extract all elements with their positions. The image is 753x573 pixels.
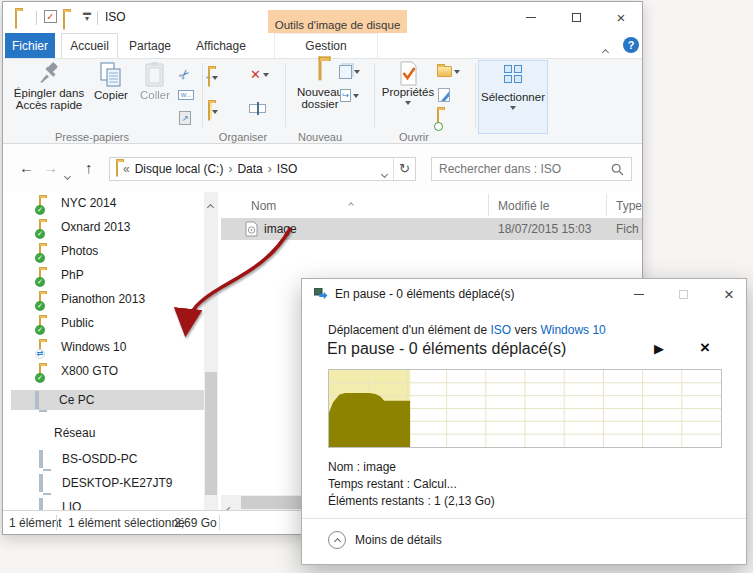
minimize-button[interactable] xyxy=(511,2,551,33)
paste-button[interactable]: Coller xyxy=(134,61,176,131)
properties-button[interactable]: Propriétés xyxy=(381,61,435,131)
detail-time-left: Temps restant : Calcul... xyxy=(328,476,495,493)
copy-path-icon: W... xyxy=(178,90,194,100)
column-divider[interactable] xyxy=(488,194,489,216)
breadcrumb-folder-icon xyxy=(116,162,118,176)
folder-synced-icon: ✓ xyxy=(39,366,41,380)
recent-locations-dropdown[interactable] xyxy=(65,165,70,183)
breadcrumb-chevron-2: › xyxy=(263,162,277,176)
status-selected-size: 2,69 Go xyxy=(174,516,217,530)
qat-separator xyxy=(36,11,37,25)
breadcrumb-item-iso[interactable]: ISO xyxy=(277,162,298,176)
breadcrumb-item-disque[interactable]: Disque local (C:) xyxy=(135,162,224,176)
tab-accueil[interactable]: Accueil xyxy=(61,33,118,58)
disc-image-file-icon xyxy=(245,221,258,237)
back-button[interactable]: ← xyxy=(19,159,34,176)
sidebar-item-public[interactable]: ✓ Public xyxy=(3,312,204,334)
up-button[interactable]: ↑ xyxy=(85,159,93,176)
folder-synced-icon: ✓ xyxy=(39,294,41,308)
tab-partage[interactable]: Partage xyxy=(122,33,178,58)
sidebar-item-nyc-2014[interactable]: ✓ NYC 2014 xyxy=(3,192,204,214)
dialog-minimize-button[interactable] xyxy=(620,279,658,309)
select-button[interactable]: Sélectionner xyxy=(480,61,546,131)
folder-synced-icon: ✓ xyxy=(39,222,41,236)
paste-shortcut-button[interactable]: ↗ xyxy=(179,111,191,125)
history-icon xyxy=(437,110,439,128)
transfer-speed-graph xyxy=(328,369,722,448)
cancel-button[interactable]: × xyxy=(700,338,710,358)
copy-button[interactable]: Copier xyxy=(89,61,133,131)
sidebar-item-windows-10[interactable]: ⇄ Windows 10 xyxy=(3,336,204,358)
tab-affichage[interactable]: Affichage xyxy=(182,33,260,58)
scroll-up-icon[interactable] xyxy=(208,196,213,214)
sidebar-item-photos[interactable]: ✓ Photos xyxy=(3,240,204,262)
breadcrumb-overflow[interactable]: « xyxy=(118,162,135,176)
column-header-modifie[interactable]: Modifié le xyxy=(498,199,549,213)
move-items-icon xyxy=(314,288,330,302)
resume-button[interactable]: ▶ xyxy=(654,341,664,356)
dialog-divider xyxy=(302,518,746,519)
group-open-label: Ouvrir xyxy=(383,131,445,143)
rename-button[interactable] xyxy=(249,104,266,113)
new-folder-icon xyxy=(319,61,322,79)
search-icon xyxy=(611,163,624,176)
help-icon[interactable]: ? xyxy=(623,37,639,53)
sidebar-item-php[interactable]: ✓ PhP xyxy=(3,264,204,286)
ribbon-tab-row: Fichier Accueil Partage Affichage Gestio… xyxy=(3,33,642,58)
copy-to-button[interactable] xyxy=(208,103,218,121)
qat-properties-icon[interactable]: ✓ xyxy=(44,10,57,23)
history-button[interactable] xyxy=(437,110,439,128)
column-header-type[interactable]: Type xyxy=(616,199,642,213)
cut-button[interactable]: ✂ xyxy=(179,67,190,82)
search-input[interactable] xyxy=(439,160,604,178)
paste-icon xyxy=(144,61,166,89)
file-type: Fich xyxy=(616,222,639,236)
sidebar-item-pianothon-2013[interactable]: ✓ Pianothon 2013 xyxy=(3,288,204,310)
new-item-button[interactable] xyxy=(339,65,360,79)
pin-quick-access-button[interactable]: Épingler dans Accès rapide xyxy=(9,61,89,131)
copy-icon xyxy=(99,61,123,89)
forward-button[interactable]: → xyxy=(43,159,58,176)
maximize-button[interactable] xyxy=(556,2,596,33)
folder-synced-icon: ✓ xyxy=(39,318,41,332)
tab-fichier[interactable]: Fichier xyxy=(5,33,55,58)
address-dropdown[interactable] xyxy=(382,166,387,180)
copy-path-button[interactable]: W... xyxy=(178,90,194,100)
sidebar-item-oxnard-2013[interactable]: ✓ Oxnard 2013 xyxy=(3,216,204,238)
open-icon xyxy=(437,66,452,77)
folder-synced-icon: ✓ xyxy=(39,198,41,212)
status-separator xyxy=(219,515,220,530)
breadcrumb-item-data[interactable]: Data xyxy=(237,162,262,176)
open-button[interactable] xyxy=(437,66,460,77)
qat-customize-dropdown[interactable]: ▬▾ xyxy=(83,10,91,22)
sidebar-item-x800-gto[interactable]: ✓ X800 GTO xyxy=(3,360,204,382)
delete-button[interactable]: ✕ xyxy=(250,68,269,81)
qat-new-folder-icon[interactable] xyxy=(63,12,65,30)
move-to-button[interactable]: ← xyxy=(208,69,218,87)
sidebar-item-reseau[interactable]: Réseau xyxy=(3,422,204,444)
sidebar-scrollbar-thumb[interactable] xyxy=(205,372,217,495)
copy-label: Copier xyxy=(94,89,128,101)
subtitle-source-folder: ISO xyxy=(490,323,511,337)
column-header-nom[interactable]: Nom xyxy=(251,199,276,213)
tab-gestion[interactable]: Gestion xyxy=(274,33,378,58)
close-button[interactable]: × xyxy=(601,2,641,33)
new-folder-label-1: Nouveau xyxy=(297,86,343,98)
properties-label: Propriétés xyxy=(382,86,434,98)
sidebar-item-ce-pc[interactable]: Ce PC xyxy=(3,389,204,411)
file-row-image[interactable]: image 18/07/2015 15:03 Fich xyxy=(221,218,642,240)
column-divider[interactable] xyxy=(606,194,607,216)
refresh-button[interactable]: ↻ xyxy=(393,158,415,180)
collapse-ribbon-icon[interactable] xyxy=(603,41,608,59)
edit-button[interactable] xyxy=(438,88,450,102)
status-separator xyxy=(56,515,57,530)
chevron-up-icon xyxy=(328,531,346,549)
dialog-close-button[interactable]: × xyxy=(710,279,748,309)
less-details-toggle[interactable]: Moins de détails xyxy=(328,531,442,549)
window-title: ISO xyxy=(105,10,126,24)
easy-access-button[interactable]: ↪ xyxy=(340,89,359,102)
sidebar-item-desktop-ke27jt9[interactable]: DESKTOP-KE27JT9 xyxy=(3,472,204,494)
sidebar-scrollbar[interactable] xyxy=(204,192,218,510)
sidebar-item-bs-osdd-pc[interactable]: BS-OSDD-PC xyxy=(3,448,204,470)
dialog-maximize-button[interactable] xyxy=(664,279,702,309)
